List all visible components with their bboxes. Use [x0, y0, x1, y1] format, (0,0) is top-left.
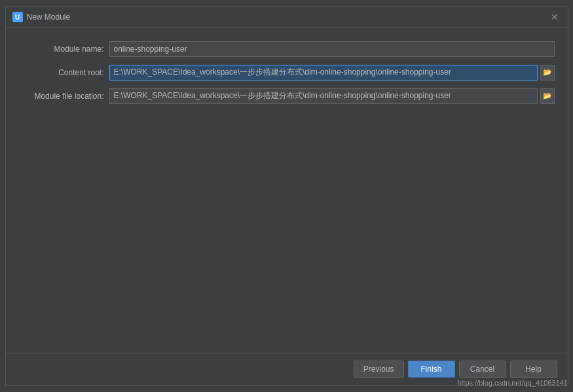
title-bar: U New Module ✕ — [6, 7, 568, 28]
content-root-input[interactable] — [109, 65, 538, 80]
spacer — [19, 112, 555, 346]
module-name-row: Module name: — [19, 41, 555, 57]
module-file-row: Module file location: 📂 — [19, 88, 555, 104]
finish-button[interactable]: Finish — [408, 361, 455, 378]
previous-button[interactable]: Previous — [354, 361, 404, 378]
content-root-input-wrapper: 📂 — [109, 65, 555, 80]
new-module-dialog: U New Module ✕ Module name: Content root… — [5, 7, 568, 386]
help-button[interactable]: Help — [510, 361, 557, 378]
content-root-label: Content root: — [19, 68, 104, 77]
module-file-input-wrapper: 📂 — [109, 88, 555, 104]
watermark: https://blog.csdn.net/qq_41063141 — [457, 379, 568, 387]
module-name-input-wrapper — [109, 41, 555, 57]
dialog-icon: U — [12, 12, 23, 22]
content-root-row: Content root: 📂 — [19, 65, 555, 80]
module-file-browse-button[interactable]: 📂 — [540, 88, 555, 104]
module-file-input[interactable] — [109, 88, 538, 104]
content-area: Module name: Content root: 📂 Module file… — [6, 28, 568, 353]
cancel-button[interactable]: Cancel — [459, 361, 506, 378]
close-button[interactable]: ✕ — [548, 10, 561, 24]
content-root-browse-button[interactable]: 📂 — [540, 65, 555, 80]
dialog-title: New Module — [27, 12, 71, 22]
module-name-input[interactable] — [109, 41, 555, 57]
module-name-label: Module name: — [19, 45, 104, 54]
title-bar-left: U New Module — [12, 12, 71, 22]
module-file-label: Module file location: — [19, 92, 104, 101]
